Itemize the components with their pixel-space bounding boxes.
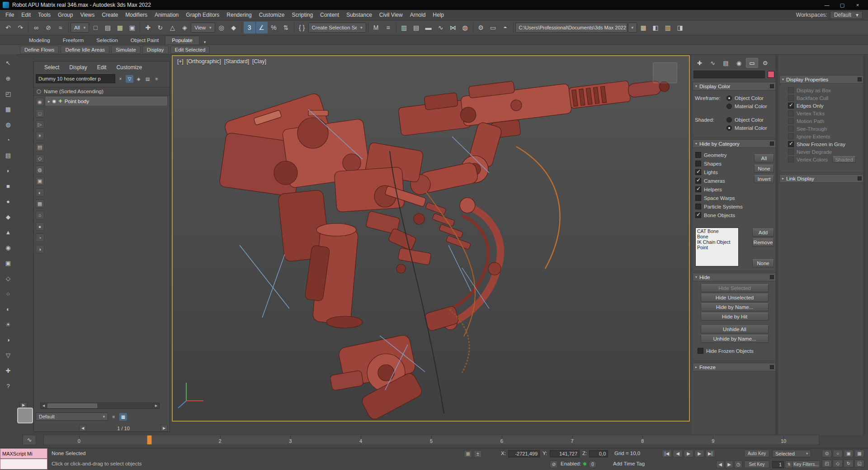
ribbon-tab[interactable]: Freeform bbox=[57, 36, 90, 44]
scroll-right-icon[interactable]: ▶ bbox=[153, 403, 159, 408]
clear-search-icon[interactable]: × bbox=[117, 75, 124, 83]
left-toolbar-icon[interactable]: ◔ bbox=[3, 135, 14, 145]
display-color-rollout-header[interactable]: ▾ Display Color bbox=[693, 82, 777, 90]
workspace-dropdown[interactable]: Default ▾ bbox=[830, 11, 863, 19]
category-list-item[interactable]: CAT Bone bbox=[697, 228, 737, 234]
previous-key-icon[interactable]: ◀ bbox=[716, 461, 724, 468]
viewport-menu-renderer[interactable]: [Standard] bbox=[224, 58, 249, 65]
filter-funnel-icon[interactable]: ▽ bbox=[126, 75, 133, 83]
shaded-object-color-radio[interactable] bbox=[726, 117, 732, 123]
render-production-icon[interactable]: ◓ bbox=[500, 22, 511, 33]
display-toggle-icon[interactable]: ▷ bbox=[36, 120, 44, 129]
left-toolbar-icon[interactable]: ↖ bbox=[3, 58, 14, 68]
unhide-action-button[interactable]: Unhide by Name... bbox=[701, 335, 769, 343]
minimize-button[interactable]: — bbox=[819, 0, 835, 10]
hide-action-button[interactable]: Hide Unselected bbox=[701, 294, 769, 302]
display-toggle-icon[interactable]: ◍ bbox=[36, 166, 44, 174]
frame-tick[interactable]: 3 bbox=[255, 435, 326, 445]
transport-button[interactable]: ◀ bbox=[673, 450, 683, 457]
transport-button[interactable]: |◀ bbox=[662, 450, 672, 457]
viewport-nav-icon[interactable]: ▣ bbox=[844, 450, 854, 457]
category-checkbox[interactable] bbox=[695, 195, 701, 201]
rollout-pin-icon[interactable] bbox=[770, 365, 774, 369]
toolbar-extra-icon[interactable]: ◨ bbox=[674, 22, 686, 33]
select-and-move-icon[interactable]: ✚ bbox=[142, 22, 154, 33]
link-display-rollout-header[interactable]: ▸ Link Display bbox=[779, 174, 864, 183]
curve-editor-icon[interactable]: ∿ bbox=[435, 22, 447, 33]
tree-item-point-body[interactable]: ▸ ◉ ✚ Point body bbox=[46, 97, 167, 105]
viewport-nav-icon[interactable]: ⊙ bbox=[822, 450, 832, 457]
z-coordinate-field[interactable]: 0,0 bbox=[589, 450, 608, 457]
viewport-nav-icon[interactable]: ◰ bbox=[822, 460, 832, 467]
category-list-item[interactable]: Bone bbox=[697, 234, 737, 239]
menu-item[interactable]: Animation bbox=[151, 10, 182, 19]
hide-frozen-checkbox[interactable] bbox=[698, 348, 703, 354]
transport-button[interactable]: ▶ bbox=[694, 450, 704, 457]
menu-item[interactable]: File bbox=[2, 10, 18, 19]
left-toolbar-icon[interactable]: ▤ bbox=[3, 150, 14, 161]
display-property-row[interactable]: Display as Box bbox=[788, 86, 862, 94]
add-time-tag[interactable]: Add Time Tag bbox=[613, 461, 645, 466]
viewport-model[interactable] bbox=[173, 56, 690, 421]
create-tab[interactable]: ✚ bbox=[693, 58, 706, 68]
display-property-row[interactable]: Vertex Ticks bbox=[788, 109, 862, 117]
viewport-menu-shading[interactable]: [Clay] bbox=[252, 58, 266, 65]
open-mini-curve-editor-button[interactable]: ∿ bbox=[23, 435, 36, 445]
display-toggle-icon[interactable]: ▦ bbox=[36, 199, 44, 208]
snaps-toggle-icon[interactable]: 3 bbox=[244, 22, 255, 33]
menu-item[interactable]: Content bbox=[316, 10, 343, 19]
toolbar-extra-icon[interactable]: ▦ bbox=[637, 22, 649, 33]
category-row[interactable]: Lights bbox=[695, 168, 743, 176]
expand-arrow-icon[interactable]: ▸ bbox=[48, 99, 50, 104]
reference-coordinate-dropdown[interactable]: View ▾ bbox=[191, 23, 215, 33]
hide-action-button[interactable]: Hide by Name... bbox=[701, 303, 769, 311]
rectangular-selection-region-icon[interactable]: ▦ bbox=[114, 22, 126, 33]
category-row[interactable]: Helpers bbox=[695, 185, 743, 194]
display-property-checkbox[interactable] bbox=[788, 118, 794, 124]
viewport-menu-general[interactable]: [+] bbox=[177, 58, 184, 65]
page-next-icon[interactable]: ▶ bbox=[160, 425, 168, 432]
display-property-row[interactable]: Never Degrade bbox=[788, 148, 862, 156]
shaded-button[interactable]: Shaded bbox=[832, 156, 856, 163]
category-row[interactable]: Cameras bbox=[695, 176, 743, 185]
ribbon-tool-button[interactable]: Display bbox=[142, 46, 169, 54]
absolute-offset-toggle-icon[interactable]: ± bbox=[474, 450, 482, 458]
none-button[interactable]: None bbox=[752, 259, 774, 267]
menu-item[interactable]: Edit bbox=[18, 10, 34, 19]
explorer-horizontal-scrollbar[interactable]: ◀ ▶ bbox=[40, 403, 160, 409]
menu-item[interactable]: Scripting bbox=[288, 10, 316, 19]
menu-item[interactable]: Modifiers bbox=[122, 10, 151, 19]
display-property-row[interactable]: Ignore Extents bbox=[788, 133, 862, 140]
frame-tick[interactable]: 4 bbox=[326, 435, 396, 445]
ribbon-tool-button[interactable]: Edit Selected bbox=[170, 46, 210, 54]
redo-icon[interactable]: ↷ bbox=[14, 22, 26, 33]
display-toggle-icon[interactable]: ▤ bbox=[36, 143, 44, 152]
left-toolbar-icon[interactable]: ▦ bbox=[3, 104, 14, 114]
display-preset-dropdown[interactable]: Default ▾ bbox=[36, 413, 108, 421]
project-path-dropdown[interactable]: ▾ bbox=[628, 23, 637, 33]
left-toolbar-icon[interactable]: ◗ bbox=[3, 166, 14, 176]
percent-snap-icon[interactable]: % bbox=[268, 22, 280, 33]
time-configuration-icon[interactable]: ◷ bbox=[734, 461, 742, 468]
category-row[interactable]: Particle Systems bbox=[695, 202, 743, 211]
command-panel-scrollbar[interactable] bbox=[775, 55, 778, 435]
toggle-ribbon-icon[interactable]: ▬ bbox=[423, 22, 434, 33]
visibility-eye-icon[interactable]: ◉ bbox=[52, 99, 57, 104]
close-button[interactable]: × bbox=[850, 0, 865, 10]
left-toolbar-icon[interactable]: ◆ bbox=[3, 212, 14, 222]
object-name-field[interactable] bbox=[693, 71, 765, 78]
viewport-nav-icon[interactable]: ○ bbox=[833, 450, 843, 457]
rollout-pin-icon[interactable] bbox=[770, 275, 774, 279]
left-toolbar-icon[interactable]: ✚ bbox=[3, 366, 14, 376]
display-tab[interactable]: ▭ bbox=[746, 58, 758, 68]
hierarchy-tab[interactable]: ▤ bbox=[720, 58, 732, 68]
current-frame-field[interactable]: 1 bbox=[772, 461, 784, 468]
menu-item[interactable]: Civil View bbox=[376, 10, 406, 19]
frame-tick[interactable]: 7 bbox=[537, 435, 608, 445]
unlink-selection-icon[interactable]: ⊘ bbox=[42, 22, 54, 33]
selection-filter-dropdown[interactable]: All ▾ bbox=[71, 23, 89, 33]
frame-tick[interactable]: 2 bbox=[185, 435, 255, 445]
hide-rollout-header[interactable]: ▾ Hide bbox=[693, 273, 777, 281]
left-toolbar-icon[interactable]: ◰ bbox=[3, 89, 14, 99]
category-checkbox[interactable] bbox=[695, 212, 701, 218]
